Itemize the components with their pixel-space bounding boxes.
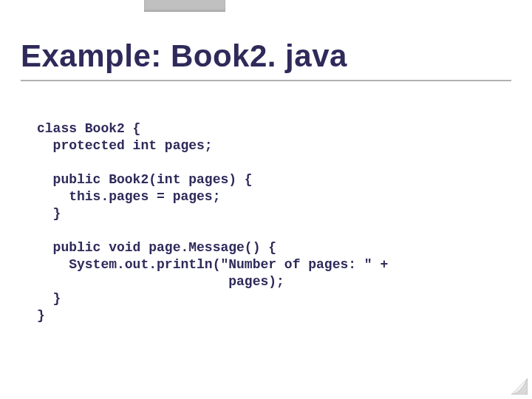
code-line: }: [37, 206, 61, 221]
code-line: public Book2(int pages) {: [37, 172, 253, 187]
title-underline: [21, 80, 511, 81]
page-curl-icon: [511, 378, 528, 395]
code-line: protected int pages;: [37, 138, 213, 153]
code-line: class Book2 {: [37, 121, 140, 136]
code-listing: class Book2 { protected int pages; publi…: [37, 120, 502, 324]
code-line: }: [37, 308, 45, 323]
code-line: this.pages = pages;: [37, 189, 220, 204]
code-line: public void page.Message() {: [37, 240, 276, 255]
code-line: System.out.println("Number of pages: " +: [37, 257, 388, 272]
top-accent-bar: [144, 0, 225, 12]
slide-title: Example: Book2. java: [21, 38, 511, 78]
code-line: }: [37, 291, 61, 306]
slide: Example: Book2. java class Book2 { prote…: [0, 0, 532, 399]
code-line: pages);: [37, 274, 284, 289]
title-block: Example: Book2. java: [21, 38, 511, 81]
